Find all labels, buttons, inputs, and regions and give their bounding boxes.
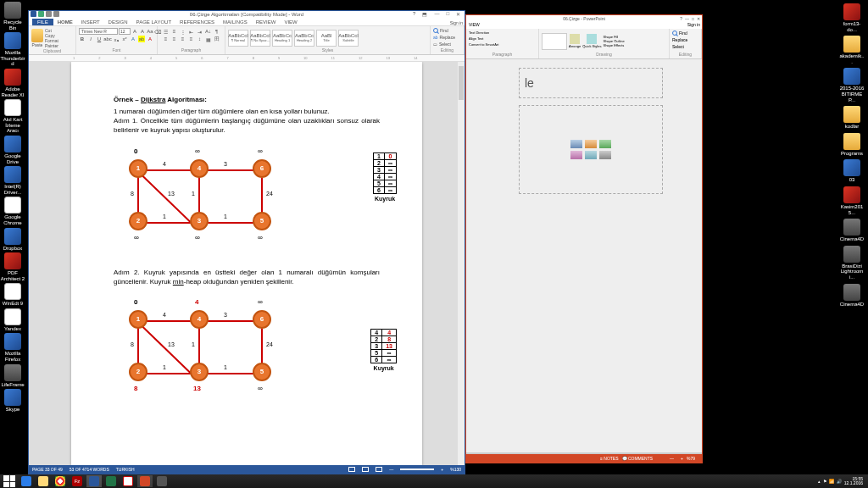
tray-volume-icon[interactable]: 🔊	[837, 479, 842, 484]
sort-icon[interactable]: A↓	[205, 28, 212, 35]
view-read-icon[interactable]	[348, 467, 355, 472]
view-print-icon[interactable]	[362, 467, 369, 472]
dec-indent-icon[interactable]: ⇤	[188, 28, 195, 35]
desktop-icon-4[interactable]: Google Drive	[0, 136, 25, 164]
tab-file[interactable]: FILE	[32, 19, 53, 25]
tb-word[interactable]	[86, 475, 102, 487]
vertical-scrollbar[interactable]	[458, 62, 465, 465]
desktop-icon-8[interactable]: PDF Architect 2	[0, 252, 25, 281]
font-color-icon[interactable]: A	[147, 36, 153, 42]
style-1[interactable]: AaBbCcI¶ No Spac...	[250, 30, 270, 47]
pp-slide-area[interactable]: le	[466, 59, 702, 452]
style-4[interactable]: AaBlTitle	[316, 30, 337, 47]
insert-chart-icon[interactable]	[585, 140, 597, 148]
strike-icon[interactable]: abc	[104, 36, 111, 42]
desktop-icon-9[interactable]: WinEdt 9	[0, 283, 25, 307]
desktop-icon-r-1[interactable]: akademik...	[839, 36, 865, 64]
status-page[interactable]: PAGE 33 OF 49	[32, 467, 63, 472]
desktop-icon-5[interactable]: Intel(R) Driver...	[0, 166, 25, 195]
text-effects-icon[interactable]: A	[130, 36, 136, 42]
desktop-icon-7[interactable]: Dropbox	[0, 228, 25, 252]
replace-button[interactable]: abReplace	[433, 35, 455, 40]
superscript-icon[interactable]: x²	[121, 36, 128, 42]
pp-comments-button[interactable]: 💬 COMMENTS	[622, 456, 654, 461]
pp-close-button[interactable]: ✕	[697, 16, 700, 21]
desktop-icon-2[interactable]: Adobe Reader XI	[0, 69, 25, 97]
shapes-gallery[interactable]	[542, 33, 567, 50]
inc-indent-icon[interactable]: ⇥	[197, 28, 203, 35]
tab-view[interactable]: VIEW	[280, 19, 301, 25]
insert-smartart-icon[interactable]	[599, 140, 611, 148]
tray-up-icon[interactable]: ▴	[818, 479, 821, 484]
zoom-slider[interactable]	[400, 469, 434, 470]
status-words[interactable]: 53 OF 4714 WORDS	[70, 467, 109, 472]
zoom-value[interactable]: %130	[450, 467, 461, 472]
tab-references[interactable]: REFERENCES	[175, 19, 219, 25]
tb-yandex[interactable]	[120, 475, 136, 487]
tab-mailings[interactable]: MAILINGS	[219, 19, 252, 25]
shrink-font-icon[interactable]: A	[139, 28, 146, 35]
tab-view[interactable]: VIEW	[466, 22, 482, 29]
change-case-icon[interactable]: Aa	[147, 28, 153, 35]
word-ribbon-options[interactable]: ⬒	[420, 11, 430, 17]
tray-clock[interactable]: 15:55 12.1.2016	[844, 477, 863, 485]
grow-font-icon[interactable]: A	[131, 28, 138, 35]
slide-content-placeholder[interactable]	[519, 105, 663, 194]
align-center-icon[interactable]: ≡	[171, 36, 178, 42]
slide-title-placeholder[interactable]: le	[519, 68, 663, 98]
word-maximize-button[interactable]: □	[443, 11, 452, 17]
select-button[interactable]: ▭Select	[433, 42, 451, 47]
tab-design[interactable]: DESIGN	[104, 19, 132, 25]
desktop-icon-r-4[interactable]: Programs	[839, 133, 865, 157]
tb-chrome[interactable]	[53, 475, 68, 487]
pp-find[interactable]: Find	[672, 30, 687, 36]
style-0[interactable]: AaBbCcI¶ Normal	[228, 30, 248, 47]
arrange-button[interactable]: Arrange	[569, 34, 581, 48]
pp-minimize-button[interactable]: —	[685, 16, 689, 21]
desktop-icon-r-3[interactable]: kodlar	[839, 106, 865, 130]
shading-icon[interactable]: ▦	[205, 36, 212, 42]
desktop-icon-r-2[interactable]: 2015-2016 BITIRME P...	[839, 68, 865, 103]
pp-signin[interactable]: Sign in	[687, 22, 702, 29]
align-text[interactable]: Align Text	[469, 36, 483, 41]
desktop-icon-12[interactable]: LifeFrame	[0, 364, 25, 388]
pp-replace[interactable]: Replace	[672, 37, 687, 42]
convert-smartart[interactable]: Convert to SmartArt	[469, 42, 498, 47]
line-spacing-icon[interactable]: ↕	[197, 36, 203, 42]
tb-excel[interactable]	[103, 475, 119, 487]
shape-effects[interactable]: Shape Effects	[603, 43, 624, 47]
desktop-icon-r-5[interactable]: 03	[839, 159, 865, 183]
italic-icon[interactable]: I	[87, 36, 94, 42]
style-5[interactable]: AaBbCcISubtitle	[338, 30, 359, 47]
start-button[interactable]	[2, 475, 17, 487]
find-button[interactable]: Find	[433, 28, 448, 33]
style-2[interactable]: AaBbCcHeading 1	[272, 30, 292, 47]
underline-icon[interactable]: U	[96, 36, 103, 42]
view-web-icon[interactable]	[376, 467, 382, 472]
word-close-button[interactable]: ✕	[453, 11, 463, 17]
desktop-icon-r-6[interactable]: Kasim2015...	[839, 186, 865, 215]
pp-zoom[interactable]: %79	[687, 456, 695, 461]
word-document-area[interactable]: Örnek – Dijkstra Algoritması: 1 numaralı…	[29, 62, 465, 465]
pp-help[interactable]: ?	[680, 16, 682, 21]
scrollbar-thumb[interactable]	[459, 66, 464, 100]
status-lang[interactable]: TURKISH	[116, 467, 135, 472]
tb-taskview[interactable]	[154, 475, 170, 487]
desktop-icon-6[interactable]: Google Chrome	[0, 197, 25, 225]
styles-gallery[interactable]: AaBbCcI¶ NormalAaBbCcI¶ No Spac...AaBbCc…	[228, 28, 427, 47]
word-titlebar[interactable]: 06.Çizge Algoritmaları [Compatibility Mo…	[29, 11, 465, 18]
tab-review[interactable]: REVIEW	[252, 19, 281, 25]
desktop-icon-13[interactable]: Skype	[0, 389, 25, 413]
desktop-icon-0[interactable]: Recycle Bin	[0, 2, 25, 30]
multilevel-icon[interactable]: ⋮	[180, 28, 186, 35]
pp-notes-button[interactable]: ≡ NOTES	[600, 456, 619, 461]
tray-network-icon[interactable]: 📶	[829, 479, 834, 484]
pp-select[interactable]: Select	[672, 44, 684, 49]
tab-home[interactable]: HOME	[53, 19, 77, 25]
highlight-icon[interactable]: ab	[138, 36, 145, 42]
undo-icon[interactable]	[46, 11, 52, 17]
style-3[interactable]: AaBbCcHeading 2	[294, 30, 314, 47]
font-select[interactable]: Times New R	[79, 28, 118, 35]
insert-table-icon[interactable]	[570, 140, 582, 148]
tab-pagelayout[interactable]: PAGE LAYOUT	[132, 19, 175, 25]
